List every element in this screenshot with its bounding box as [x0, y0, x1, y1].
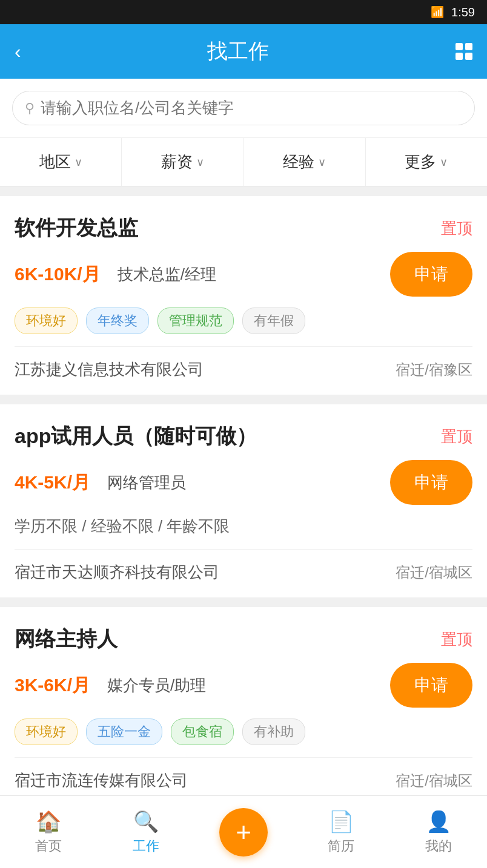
job-info-row-1: 4K-5K/月 网络管理员 申请	[15, 460, 472, 505]
job-top-badge-1: 置顶	[441, 426, 472, 447]
divider-2	[0, 395, 487, 404]
job-title-2: 网络主持人	[15, 625, 118, 653]
status-time: 1:59	[451, 5, 475, 19]
job-card-0: 软件开发总监 置顶 6K-10K/月 技术总监/经理 申请 环境好 年终奖 管理…	[0, 196, 487, 395]
job-requirements-1: 学历不限 / 经验不限 / 年龄不限	[15, 516, 472, 537]
filter-experience-arrow: ∨	[318, 156, 326, 169]
job-list: 软件开发总监 置顶 6K-10K/月 技术总监/经理 申请 环境好 年终奖 管理…	[0, 186, 487, 806]
divider-1	[0, 186, 487, 196]
search-icon: ⚲	[25, 100, 35, 116]
tag-0-1: 年终奖	[86, 307, 149, 334]
back-button[interactable]: ‹	[15, 41, 21, 63]
tag-2-0: 环境好	[15, 718, 78, 745]
bottom-nav: 🏠 首页 🔍 工作 + 📄 简历 👤 我的	[0, 795, 487, 868]
tag-0-0: 环境好	[15, 307, 78, 334]
nav-jobs-label: 工作	[133, 837, 159, 855]
search-container: ⚲	[0, 79, 487, 137]
job-location-0: 宿迁/宿豫区	[396, 360, 472, 380]
apply-button-0[interactable]: 申请	[390, 252, 472, 297]
filter-region-arrow: ∨	[75, 156, 82, 169]
job-type-0: 技术总监/经理	[118, 264, 216, 285]
add-icon: +	[236, 817, 251, 847]
filter-experience-label: 经验	[283, 151, 314, 173]
page-title: 找工作	[207, 38, 269, 65]
job-location-1: 宿迁/宿城区	[396, 563, 472, 582]
filter-experience[interactable]: 经验 ∨	[244, 138, 366, 186]
job-tags-2: 环境好 五险一金 包食宿 有补助	[15, 718, 472, 745]
filter-salary-label: 薪资	[161, 151, 193, 173]
filter-region[interactable]: 地区 ∨	[0, 138, 122, 186]
tag-0-3: 有年假	[242, 307, 305, 334]
filter-salary-arrow: ∨	[196, 156, 204, 169]
job-title-1: app试用人员（随时可做）	[15, 422, 257, 450]
job-location-2: 宿迁/宿城区	[396, 771, 472, 791]
job-info-left-2: 3K-6K/月 媒介专员/助理	[15, 673, 206, 698]
apply-button-2[interactable]: 申请	[390, 663, 472, 708]
job-card-1: app试用人员（随时可做） 置顶 4K-5K/月 网络管理员 申请 学历不限 /…	[0, 404, 487, 597]
tag-2-1: 五险一金	[86, 718, 162, 745]
job-company-1: 宿迁市天达顺齐科技有限公司	[15, 562, 219, 583]
add-button[interactable]: +	[219, 808, 268, 856]
job-header-2: 网络主持人 置顶	[15, 625, 472, 653]
job-type-1: 网络管理员	[107, 472, 186, 493]
tag-0-2: 管理规范	[157, 307, 234, 334]
tag-2-3: 有补助	[242, 718, 305, 745]
nav-mine-label: 我的	[425, 837, 452, 855]
filter-bar: 地区 ∨ 薪资 ∨ 经验 ∨ 更多 ∨	[0, 137, 487, 186]
filter-region-label: 地区	[39, 151, 71, 173]
job-card-2: 网络主持人 置顶 3K-6K/月 媒介专员/助理 申请 环境好 五险一金 包食宿…	[0, 607, 487, 806]
job-company-0: 江苏捷义信息技术有限公司	[15, 359, 204, 380]
search-input[interactable]	[41, 99, 462, 117]
nav-item-home[interactable]: 🏠 首页	[0, 803, 98, 861]
filter-more-label: 更多	[405, 151, 436, 173]
job-footer-0: 江苏捷义信息技术有限公司 宿迁/宿豫区	[15, 346, 472, 395]
nav-resume-label: 简历	[328, 837, 354, 855]
profile-icon: 👤	[426, 809, 451, 833]
job-info-left-1: 4K-5K/月 网络管理员	[15, 470, 186, 495]
job-company-2: 宿迁市流连传媒有限公司	[15, 770, 188, 791]
status-bar: 📶 1:59	[0, 0, 487, 24]
nav-item-jobs[interactable]: 🔍 工作	[98, 803, 195, 861]
job-tags-0: 环境好 年终奖 管理规范 有年假	[15, 307, 472, 334]
filter-salary[interactable]: 薪资 ∨	[122, 138, 244, 186]
job-info-row-2: 3K-6K/月 媒介专员/助理 申请	[15, 663, 472, 708]
job-salary-0: 6K-10K/月	[15, 262, 101, 287]
job-info-left-0: 6K-10K/月 技术总监/经理	[15, 262, 216, 287]
app-header: ‹ 找工作	[0, 24, 487, 79]
filter-more-arrow: ∨	[440, 156, 448, 169]
job-salary-2: 3K-6K/月	[15, 673, 90, 698]
job-salary-1: 4K-5K/月	[15, 470, 90, 495]
nav-home-label: 首页	[35, 837, 62, 855]
nav-item-resume[interactable]: 📄 简历	[292, 803, 389, 861]
wifi-icon: 📶	[431, 5, 444, 19]
filter-more[interactable]: 更多 ∨	[366, 138, 487, 186]
nav-center: +	[195, 808, 293, 856]
search-box[interactable]: ⚲	[12, 91, 475, 125]
job-top-badge-0: 置顶	[441, 218, 472, 239]
tag-2-2: 包食宿	[171, 718, 234, 745]
job-footer-1: 宿迁市天达顺齐科技有限公司 宿迁/宿城区	[15, 549, 472, 597]
job-type-2: 媒介专员/助理	[107, 675, 206, 696]
apply-button-1[interactable]: 申请	[390, 460, 472, 505]
job-info-row-0: 6K-10K/月 技术总监/经理 申请	[15, 252, 472, 297]
grid-icon	[456, 43, 472, 60]
job-header-1: app试用人员（随时可做） 置顶	[15, 422, 472, 450]
job-top-badge-2: 置顶	[441, 629, 472, 650]
grid-button[interactable]	[456, 43, 472, 60]
job-header-0: 软件开发总监 置顶	[15, 214, 472, 242]
search-nav-icon: 🔍	[133, 809, 159, 833]
divider-3	[0, 597, 487, 607]
home-icon: 🏠	[36, 809, 61, 833]
nav-item-mine[interactable]: 👤 我的	[389, 803, 487, 861]
resume-icon: 📄	[328, 809, 354, 833]
job-title-0: 软件开发总监	[15, 214, 138, 242]
